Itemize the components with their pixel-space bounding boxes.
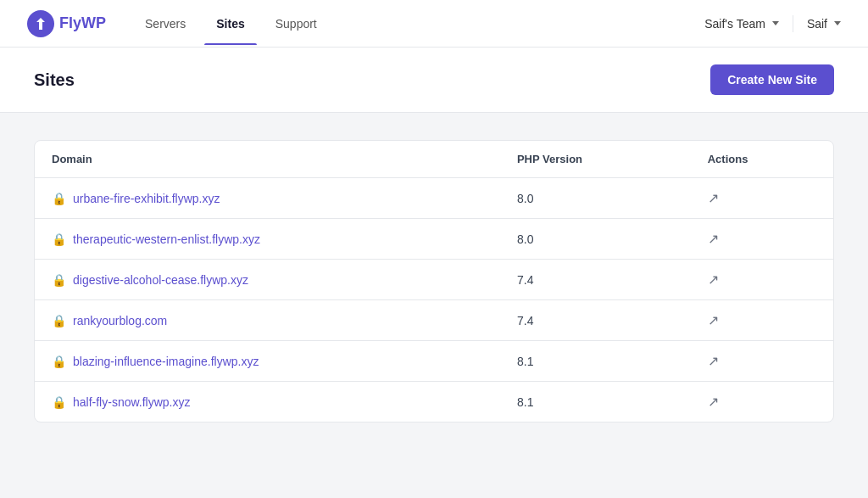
logo-icon [27,10,54,37]
table-header-row: Domain PHP Version Actions [35,141,833,178]
table-row: 🔒 half-fly-snow.flywp.xyz 8.1↗︎ [35,382,833,422]
lock-icon: 🔒 [52,355,66,368]
domain-link[interactable]: half-fly-snow.flywp.xyz [73,395,190,409]
nav-links: Servers Sites Support [133,10,704,37]
domain-link[interactable]: urbane-fire-exhibit.flywp.xyz [73,192,220,205]
domain-link[interactable]: blazing-influence-imagine.flywp.xyz [73,355,259,368]
nav-sites[interactable]: Sites [204,10,256,37]
logo-text: FlyWP [59,14,106,32]
php-version-cell: 8.0 [500,178,691,219]
open-external-icon[interactable]: ↗︎ [708,394,719,409]
table-row: 🔒 therapeutic-western-enlist.flywp.xyz 8… [35,219,833,260]
domain-link[interactable]: digestive-alcohol-cease.flywp.xyz [73,273,248,287]
lock-icon: 🔒 [52,395,66,409]
php-version-cell: 8.1 [500,382,691,422]
open-external-icon[interactable]: ↗︎ [708,313,719,327]
actions-cell: ↗︎ [691,260,833,300]
lock-icon: 🔒 [52,192,66,205]
team-selector[interactable]: Saif's Team [704,17,779,31]
table-row: 🔒 digestive-alcohol-cease.flywp.xyz 7.4↗… [35,260,833,300]
main-content: Domain PHP Version Actions 🔒 urbane-fire… [0,113,868,450]
domain-cell: 🔒 rankyourblog.com [35,300,500,341]
page-header: Sites Create New Site [0,48,868,113]
domain-link[interactable]: therapeutic-western-enlist.flywp.xyz [73,232,260,246]
table-row: 🔒 rankyourblog.com 7.4↗︎ [35,300,833,341]
actions-cell: ↗︎ [691,300,833,341]
col-actions: Actions [691,141,833,178]
domain-cell: 🔒 blazing-influence-imagine.flywp.xyz [35,341,500,382]
create-new-site-button[interactable]: Create New Site [710,64,834,95]
user-menu[interactable]: Saif [807,17,841,31]
php-version-cell: 8.0 [500,219,691,260]
domain-cell: 🔒 half-fly-snow.flywp.xyz [35,382,500,422]
actions-cell: ↗︎ [691,382,833,422]
sites-table: Domain PHP Version Actions 🔒 urbane-fire… [35,141,833,422]
domain-cell: 🔒 urbane-fire-exhibit.flywp.xyz [35,178,500,219]
nav-divider [793,15,793,32]
team-chevron-icon [772,21,779,25]
actions-cell: ↗︎ [691,341,833,382]
col-domain: Domain [35,141,500,178]
navbar: FlyWP Servers Sites Support Saif's Team … [0,0,868,48]
php-version-cell: 8.1 [500,341,691,382]
domain-cell: 🔒 digestive-alcohol-cease.flywp.xyz [35,260,500,300]
open-external-icon[interactable]: ↗︎ [708,354,719,368]
domain-cell: 🔒 therapeutic-western-enlist.flywp.xyz [35,219,500,260]
domain-link[interactable]: rankyourblog.com [73,314,167,327]
user-chevron-icon [834,21,841,25]
col-php: PHP Version [500,141,691,178]
open-external-icon[interactable]: ↗︎ [708,232,719,246]
actions-cell: ↗︎ [691,219,833,260]
php-version-cell: 7.4 [500,300,691,341]
lock-icon: 🔒 [52,232,66,246]
table-row: 🔒 blazing-influence-imagine.flywp.xyz 8.… [35,341,833,382]
open-external-icon[interactable]: ↗︎ [708,191,719,205]
open-external-icon[interactable]: ↗︎ [708,272,719,287]
lock-icon: 🔒 [52,314,66,327]
nav-support[interactable]: Support [264,10,329,37]
page-title: Sites [34,70,75,90]
nav-servers[interactable]: Servers [133,10,198,37]
nav-right: Saif's Team Saif [704,15,841,32]
actions-cell: ↗︎ [691,178,833,219]
sites-table-container: Domain PHP Version Actions 🔒 urbane-fire… [34,140,834,422]
php-version-cell: 7.4 [500,260,691,300]
lock-icon: 🔒 [52,273,66,287]
table-row: 🔒 urbane-fire-exhibit.flywp.xyz 8.0↗︎ [35,178,833,219]
logo-link[interactable]: FlyWP [27,10,106,37]
